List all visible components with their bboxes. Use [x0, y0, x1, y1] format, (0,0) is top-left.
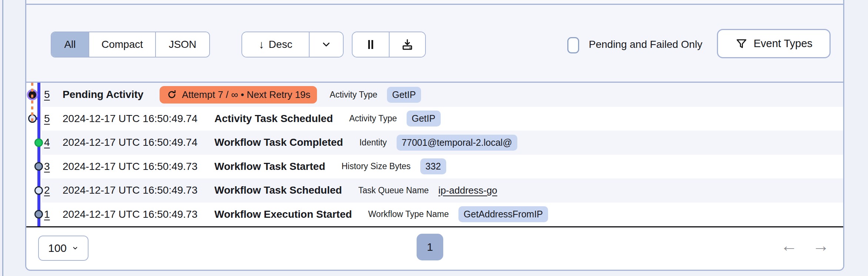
event-time: 2024-12-17 UTC 16:50:49.74: [63, 113, 214, 125]
download-icon: [401, 38, 414, 51]
event-id-link[interactable]: 3: [42, 161, 63, 172]
retry-badge: Attempt 7 / ∞ • Next Retry 19s: [160, 86, 317, 104]
page-size-select[interactable]: 100: [38, 236, 89, 261]
event-name: Pending Activity: [63, 89, 143, 101]
event-time: 2024-12-17 UTC 16:50:49.74: [63, 137, 214, 148]
attribute-label: History Size Bytes: [341, 161, 411, 171]
view-mode-tabs: All Compact JSON: [51, 32, 210, 58]
tab-json[interactable]: JSON: [155, 32, 209, 57]
chevron-down-icon: [72, 245, 79, 252]
attribute-label: Workflow Type Name: [368, 209, 449, 219]
event-history-toolbar: All Compact JSON ↓ Desc Pending and Fail…: [26, 5, 843, 83]
timeline-node-pending: [29, 91, 36, 99]
sort-dropdown-button[interactable]: [309, 32, 343, 57]
chevron-down-icon: [321, 39, 332, 50]
event-row[interactable]: 2 2024-12-17 UTC 16:50:49.73 Workflow Ta…: [42, 178, 843, 203]
attribute-label: Identity: [359, 138, 387, 148]
event-name: Workflow Task Scheduled: [214, 184, 342, 196]
download-button[interactable]: [389, 32, 425, 57]
event-types-button[interactable]: Event Types: [717, 29, 831, 58]
tab-all[interactable]: All: [51, 32, 89, 57]
retry-badge-text: Attempt 7 / ∞ • Next Retry 19s: [182, 89, 310, 101]
attribute-value: GetAddressFromIP: [458, 206, 548, 222]
page-left-divider: [2, 0, 3, 276]
attribute-value[interactable]: ip-address-go: [438, 185, 497, 196]
attribute-value: GetIP: [387, 87, 421, 103]
attribute-label: Activity Type: [349, 114, 397, 124]
prev-page-button[interactable]: ←: [776, 233, 802, 259]
attribute-label: Activity Type: [330, 90, 377, 100]
attribute-value: GetIP: [407, 111, 441, 126]
event-row[interactable]: 5 2024-12-17 UTC 16:50:49.74 Activity Ta…: [42, 107, 843, 131]
pending-failed-checkbox[interactable]: [567, 37, 579, 53]
page-number-button[interactable]: 1: [417, 234, 443, 260]
sort-direction-button[interactable]: ↓ Desc: [242, 32, 309, 57]
timeline-node-scheduled-offset: [28, 114, 37, 123]
event-row[interactable]: 4 2024-12-17 UTC 16:50:49.74 Workflow Ta…: [42, 131, 843, 155]
arrow-down-icon: ↓: [259, 39, 264, 50]
timeline-branch-tick: [36, 117, 40, 120]
event-name: Activity Task Scheduled: [214, 113, 333, 125]
pending-failed-label[interactable]: Pending and Failed Only: [589, 32, 702, 58]
event-id-link[interactable]: 1: [42, 208, 63, 220]
event-name: Workflow Execution Started: [214, 208, 352, 220]
event-name: Workflow Task Started: [214, 161, 325, 172]
top-section-divider: [26, 0, 843, 5]
page-size-value: 100: [48, 242, 67, 254]
event-id-link[interactable]: 5: [42, 89, 63, 101]
event-rows: 5 Pending Activity Attempt 7 / ∞ • Next …: [42, 83, 843, 226]
attribute-label: Task Queue Name: [358, 185, 428, 196]
event-row[interactable]: 1 2024-12-17 UTC 16:50:49.73 Workflow Ex…: [42, 203, 843, 227]
event-types-label: Event Types: [754, 37, 812, 50]
attribute-value: 332: [420, 158, 446, 174]
retry-icon: [166, 89, 177, 100]
timeline-retry-dashed-line: [31, 83, 33, 122]
event-list: 5 Pending Activity Attempt 7 / ∞ • Next …: [26, 83, 843, 226]
pause-button[interactable]: [353, 32, 389, 57]
sort-label: Desc: [269, 39, 293, 50]
event-time: 2024-12-17 UTC 16:50:49.73: [63, 161, 214, 172]
pause-icon: [365, 38, 377, 51]
event-history-panel: All Compact JSON ↓ Desc Pending and Fail…: [25, 0, 844, 271]
playback-controls: [352, 32, 426, 58]
timeline-line: [37, 83, 40, 226]
sort-controls: ↓ Desc: [241, 32, 344, 58]
event-id-link[interactable]: 5: [42, 113, 63, 125]
event-name: Workflow Task Completed: [214, 137, 343, 148]
event-id-link[interactable]: 4: [42, 137, 63, 148]
event-time: 2024-12-17 UTC 16:50:49.73: [63, 208, 214, 220]
pagination-bar: 100 1 ← →: [26, 227, 843, 269]
event-row[interactable]: 5 Pending Activity Attempt 7 / ∞ • Next …: [42, 83, 843, 107]
next-page-button[interactable]: →: [808, 233, 834, 259]
tab-compact[interactable]: Compact: [89, 32, 155, 57]
attribute-value: 77001@temporal-2.local@: [397, 135, 517, 151]
funnel-icon: [735, 37, 748, 50]
event-row[interactable]: 3 2024-12-17 UTC 16:50:49.73 Workflow Ta…: [42, 155, 843, 179]
event-time: 2024-12-17 UTC 16:50:49.73: [63, 184, 214, 196]
event-id-link[interactable]: 2: [42, 184, 63, 196]
